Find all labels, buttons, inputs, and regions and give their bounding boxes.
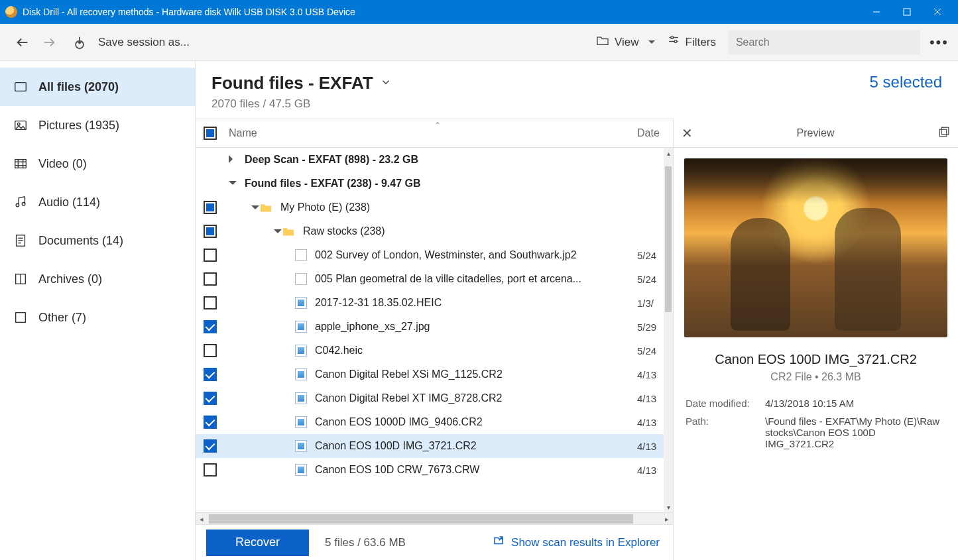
collapse-icon[interactable] xyxy=(274,229,282,237)
scroll-right-icon[interactable]: ▸ xyxy=(661,513,673,525)
collapse-icon[interactable] xyxy=(251,205,259,213)
file-row[interactable]: Canon EOS 10D CRW_7673.CRW4/13 xyxy=(196,458,673,482)
row-checkbox[interactable] xyxy=(204,296,217,309)
chevron-down-icon xyxy=(380,76,392,91)
file-label: C042.heic xyxy=(312,345,637,357)
image-file-icon xyxy=(295,321,307,333)
show-in-explorer-link[interactable]: Show scan results in Explorer xyxy=(493,535,660,550)
window-minimize-button[interactable] xyxy=(861,0,892,24)
prop-value: \Found files - EXFAT\My Photo (E)\Raw st… xyxy=(765,416,946,449)
save-session-icon[interactable] xyxy=(66,29,93,56)
forward-button[interactable] xyxy=(36,29,62,56)
row-checkbox[interactable] xyxy=(204,463,217,476)
file-label: 005 Plan geometral de la ville citadelle… xyxy=(312,273,637,285)
image-file-icon xyxy=(295,416,307,428)
scroll-up-icon[interactable]: ▴ xyxy=(664,148,673,158)
file-label: Canon Digital Rebel XSi MG_1125.CR2 xyxy=(312,368,637,380)
preview-image xyxy=(684,158,947,337)
folder-icon xyxy=(596,35,609,49)
other-icon xyxy=(13,310,28,325)
folder-row[interactable]: Raw stocks (238) xyxy=(196,219,673,243)
row-checkbox[interactable] xyxy=(204,344,217,357)
sidebar-item-archives[interactable]: Archives (0) xyxy=(0,260,195,298)
main-title: Found files - EXFAT xyxy=(211,73,373,93)
file-row[interactable]: 002 Survey of London, Westminster, and S… xyxy=(196,243,673,267)
search-input[interactable] xyxy=(728,30,920,54)
file-row[interactable]: Canon Digital Rebel XT IMG_8728.CR24/13 xyxy=(196,386,673,410)
group-row[interactable]: Found files - EXFAT (238) - 9.47 GB xyxy=(196,172,673,196)
explorer-link-label: Show scan results in Explorer xyxy=(511,536,660,549)
row-checkbox[interactable] xyxy=(204,320,217,333)
scroll-down-icon[interactable]: ▾ xyxy=(664,502,673,512)
save-session-label[interactable]: Save session as... xyxy=(98,36,190,49)
row-checkbox[interactable] xyxy=(204,201,217,214)
column-date[interactable]: Date xyxy=(637,127,673,139)
view-label: View xyxy=(615,36,639,49)
horizontal-scrollbar[interactable]: ◂ ▸ xyxy=(196,512,673,524)
column-name[interactable]: Name xyxy=(225,127,637,139)
recover-button[interactable]: Recover xyxy=(206,530,309,556)
scroll-thumb[interactable] xyxy=(665,166,672,312)
archives-icon xyxy=(13,272,28,286)
document-file-icon xyxy=(295,249,307,261)
window-maximize-button[interactable] xyxy=(892,0,922,24)
row-checkbox[interactable] xyxy=(204,225,217,238)
preview-popout-button[interactable] xyxy=(938,126,950,140)
sidebar-item-video[interactable]: Video (0) xyxy=(0,144,195,183)
toolbar: Save session as... View Filters ••• xyxy=(0,24,958,61)
image-file-icon xyxy=(295,464,307,476)
row-checkbox[interactable] xyxy=(204,249,217,262)
window-close-button[interactable] xyxy=(922,0,953,24)
main-subtitle: 2070 files / 47.5 GB xyxy=(211,97,392,111)
sidebar-item-label: Other (7) xyxy=(38,311,86,325)
sidebar-item-all-files[interactable]: All files (2070) xyxy=(0,68,195,106)
sidebar-item-other[interactable]: Other (7) xyxy=(0,298,195,337)
image-file-icon xyxy=(295,392,307,404)
svg-rect-30 xyxy=(939,129,947,137)
sidebar-item-documents[interactable]: Documents (14) xyxy=(0,221,195,260)
more-menu-button[interactable]: ••• xyxy=(929,34,949,51)
group-row[interactable]: Deep Scan - EXFAT (898) - 23.2 GB xyxy=(196,148,673,172)
sort-indicator-icon: ⌃ xyxy=(434,121,441,130)
file-row[interactable]: Canon EOS 1000D IMG_9406.CR24/13 xyxy=(196,410,673,434)
file-label: Canon Digital Rebel XT IMG_8728.CR2 xyxy=(312,392,637,404)
video-icon xyxy=(13,156,28,171)
collapse-icon[interactable] xyxy=(229,181,237,189)
preview-close-button[interactable]: ✕ xyxy=(682,125,693,141)
scroll-thumb[interactable] xyxy=(209,514,633,524)
vertical-scrollbar[interactable]: ▴ ▾ xyxy=(664,148,673,512)
sliders-icon xyxy=(667,34,680,50)
svg-rect-28 xyxy=(16,313,26,323)
row-checkbox[interactable] xyxy=(204,439,217,453)
row-checkbox[interactable] xyxy=(204,368,217,381)
file-label: 2017-12-31 18.35.02.HEIC xyxy=(312,297,637,309)
row-checkbox[interactable] xyxy=(204,392,217,405)
file-row[interactable]: Canon EOS 100D IMG_3721.CR24/13 xyxy=(196,434,673,458)
preview-meta: CR2 File • 26.3 MB xyxy=(674,371,958,383)
svg-rect-29 xyxy=(941,127,949,135)
file-row[interactable]: apple_iphone_xs_27.jpg5/29 xyxy=(196,315,673,339)
file-row[interactable]: 2017-12-31 18.35.02.HEIC1/3/ xyxy=(196,291,673,315)
preview-filename: Canon EOS 100D IMG_3721.CR2 xyxy=(674,352,958,367)
folder-row[interactable]: My Photo (E) (238) xyxy=(196,196,673,219)
view-dropdown[interactable]: View xyxy=(596,35,655,49)
expand-icon[interactable] xyxy=(229,155,237,163)
row-checkbox[interactable] xyxy=(204,272,217,286)
svg-point-11 xyxy=(674,40,677,43)
sidebar-item-label: Archives (0) xyxy=(38,272,102,286)
folder-label: Raw stocks (238) xyxy=(299,225,637,237)
row-checkbox[interactable] xyxy=(204,416,217,429)
table-header: Name ⌃ Date xyxy=(196,119,673,148)
select-all-checkbox[interactable] xyxy=(204,127,217,140)
back-button[interactable] xyxy=(9,29,36,56)
image-file-icon xyxy=(295,345,307,357)
sidebar-item-audio[interactable]: Audio (114) xyxy=(0,183,195,221)
sidebar-item-pictures[interactable]: Pictures (1935) xyxy=(0,106,195,144)
image-file-icon xyxy=(295,368,307,380)
filters-button[interactable]: Filters xyxy=(667,34,716,50)
scroll-left-icon[interactable]: ◂ xyxy=(196,513,208,525)
file-row[interactable]: 005 Plan geometral de la ville citadelle… xyxy=(196,267,673,291)
file-row[interactable]: Canon Digital Rebel XSi MG_1125.CR24/13 xyxy=(196,363,673,386)
main-title-dropdown[interactable]: Found files - EXFAT xyxy=(211,73,392,93)
file-row[interactable]: C042.heic5/24 xyxy=(196,339,673,363)
